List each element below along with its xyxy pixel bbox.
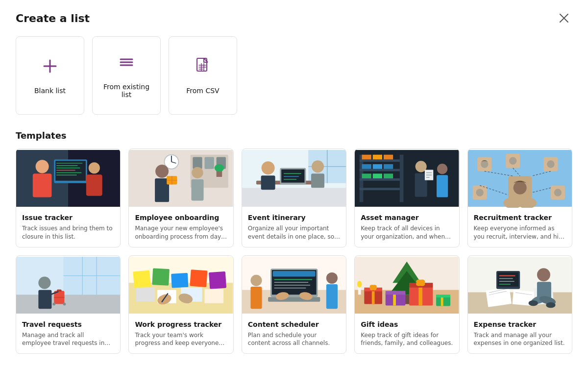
templates-grid: Issue tracker Track issues and bring the… xyxy=(16,148,572,354)
create-options-row: Blank list From existing list xyxy=(16,36,572,115)
dialog-header: Create a list xyxy=(16,12,572,24)
svg-point-190 xyxy=(528,300,538,306)
svg-rect-71 xyxy=(373,164,382,169)
svg-rect-121 xyxy=(133,270,151,288)
svg-rect-161 xyxy=(386,291,406,294)
template-card-recruitment-tracker[interactable]: Recruitment tracker Keep everyone inform… xyxy=(467,148,572,247)
template-desc-event-itinerary: Organize all your important event detail… xyxy=(248,224,340,241)
svg-rect-137 xyxy=(273,271,316,277)
lines-icon xyxy=(117,52,136,75)
create-blank-card[interactable]: Blank list xyxy=(16,36,84,115)
svg-rect-43 xyxy=(192,179,204,200)
svg-point-37 xyxy=(155,165,169,178)
template-desc-travel-requests: Manage and track all employee travel req… xyxy=(22,331,114,348)
close-button[interactable] xyxy=(556,12,572,24)
template-name-expense-tracker: Expense tracker xyxy=(474,320,566,328)
template-card-employee-onboarding[interactable]: Employee onboarding Manage your new empl… xyxy=(128,148,233,247)
svg-rect-74 xyxy=(373,173,382,178)
svg-point-94 xyxy=(554,189,561,196)
svg-point-116 xyxy=(63,302,66,305)
close-icon xyxy=(560,14,568,23)
svg-rect-125 xyxy=(209,271,226,289)
template-desc-work-progress: Track your team's work progress and keep… xyxy=(135,331,227,348)
template-desc-issue-tracker: Track issues and bring them to closure i… xyxy=(22,224,114,241)
template-name-gift-ideas: Gift ideas xyxy=(361,320,453,328)
template-card-issue-tracker[interactable]: Issue tracker Track issues and bring the… xyxy=(16,148,121,247)
svg-point-53 xyxy=(261,161,274,174)
templates-title: Templates xyxy=(16,130,572,141)
svg-rect-69 xyxy=(384,155,393,160)
svg-rect-56 xyxy=(311,173,324,188)
template-card-asset-manager[interactable]: Asset manager Keep track of all devices … xyxy=(354,148,459,247)
template-name-recruitment-tracker: Recruitment tracker xyxy=(474,214,566,221)
svg-point-147 xyxy=(326,272,338,284)
template-name-travel-requests: Travel requests xyxy=(22,320,114,328)
svg-rect-142 xyxy=(268,297,320,302)
svg-rect-70 xyxy=(362,164,371,169)
template-name-employee-onboarding: Employee onboarding xyxy=(135,214,227,221)
blank-list-label: Blank list xyxy=(34,87,66,95)
existing-list-label: From existing list xyxy=(100,83,152,98)
svg-rect-63 xyxy=(360,169,402,172)
svg-rect-54 xyxy=(261,175,275,190)
svg-rect-15 xyxy=(33,173,52,197)
svg-point-186 xyxy=(537,268,550,281)
template-name-asset-manager: Asset manager xyxy=(361,214,453,221)
svg-rect-73 xyxy=(362,173,371,178)
svg-rect-52 xyxy=(281,170,304,183)
svg-rect-126 xyxy=(136,287,155,301)
svg-rect-129 xyxy=(205,289,224,303)
svg-point-145 xyxy=(250,274,262,286)
svg-point-33 xyxy=(215,164,224,172)
template-desc-asset-manager: Keep track of all devices in your organi… xyxy=(361,224,453,241)
file-csv-icon xyxy=(193,56,213,79)
svg-rect-148 xyxy=(326,284,338,309)
template-card-expense-tracker[interactable]: Expense tracker Track and manage all you… xyxy=(467,255,572,354)
svg-point-96 xyxy=(513,181,526,195)
svg-rect-30 xyxy=(205,157,214,169)
svg-point-14 xyxy=(36,160,49,173)
template-card-travel-requests[interactable]: Travel requests Manage and track all emp… xyxy=(16,255,121,354)
svg-rect-122 xyxy=(152,268,170,286)
template-card-gift-ideas[interactable]: Gift ideas Keep track of gift ideas for … xyxy=(354,255,459,354)
svg-point-24 xyxy=(89,162,100,173)
svg-rect-124 xyxy=(190,270,208,287)
svg-point-82 xyxy=(437,164,447,174)
template-desc-content-scheduler: Plan and schedule your content across al… xyxy=(248,331,340,348)
svg-point-191 xyxy=(546,302,555,308)
template-name-event-itinerary: Event itinerary xyxy=(248,214,340,221)
svg-rect-46 xyxy=(242,188,346,207)
plus-icon xyxy=(40,56,60,79)
svg-point-117 xyxy=(52,302,55,305)
templates-section: Templates xyxy=(16,130,572,354)
svg-rect-146 xyxy=(250,286,262,308)
csv-label: From CSV xyxy=(186,87,219,95)
svg-rect-169 xyxy=(436,294,450,297)
svg-point-92 xyxy=(476,189,483,196)
create-csv-card[interactable]: From CSV xyxy=(169,36,237,115)
template-name-issue-tracker: Issue tracker xyxy=(22,214,114,221)
create-list-dialog: Create a list Blank list xyxy=(0,0,588,392)
template-desc-gift-ideas: Keep track of gift ideas for friends, fa… xyxy=(361,331,453,348)
svg-rect-83 xyxy=(437,175,448,197)
create-existing-card[interactable]: From existing list xyxy=(92,36,161,115)
template-name-content-scheduler: Content scheduler xyxy=(248,320,340,328)
svg-rect-65 xyxy=(360,188,402,190)
svg-rect-72 xyxy=(384,164,393,169)
svg-rect-112 xyxy=(38,290,51,309)
svg-point-111 xyxy=(38,276,50,289)
template-card-event-itinerary[interactable]: Event itinerary Organize all your import… xyxy=(242,148,346,247)
dialog-title: Create a list xyxy=(16,12,90,24)
svg-rect-123 xyxy=(172,273,189,288)
template-desc-employee-onboarding: Manage your new employee's onboarding pr… xyxy=(135,224,227,241)
template-card-content-scheduler[interactable]: Content scheduler Plan and schedule your… xyxy=(242,255,346,354)
template-desc-recruitment-tracker: Keep everyone informed as you recruit, i… xyxy=(474,224,566,241)
svg-point-42 xyxy=(192,167,203,178)
svg-rect-106 xyxy=(16,294,120,314)
svg-rect-75 xyxy=(384,173,393,178)
template-card-work-progress[interactable]: Work progress tracker Track your team's … xyxy=(128,255,233,354)
svg-rect-17 xyxy=(55,161,86,181)
svg-rect-62 xyxy=(360,159,402,162)
svg-rect-67 xyxy=(362,155,371,160)
svg-rect-66 xyxy=(400,155,404,202)
